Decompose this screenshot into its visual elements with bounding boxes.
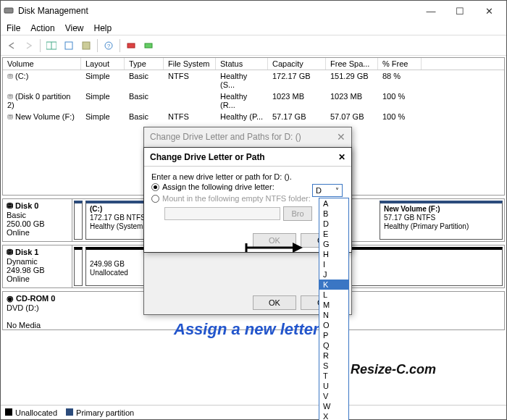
drive-letter-option[interactable]: G <box>319 239 348 249</box>
legend-unallocated-icon <box>5 408 12 416</box>
drive-letter-option[interactable]: W <box>319 401 348 411</box>
drive-letter-option[interactable]: B <box>319 209 348 219</box>
col-fs[interactable]: File System <box>164 58 216 70</box>
drive-letter-option[interactable]: I <box>319 259 348 269</box>
window-title: Disk Management <box>18 6 416 16</box>
dialog-prompt: Enter a new drive letter or path for D: … <box>151 172 344 181</box>
close-icon[interactable]: ✕ <box>337 131 345 143</box>
annotation-arrow-icon <box>245 240 303 258</box>
drive-letter-option[interactable]: E <box>319 229 348 239</box>
titlebar: Disk Management — ☐ ✕ <box>1 1 506 21</box>
menu-file[interactable]: File <box>7 23 20 33</box>
minimize-button[interactable]: — <box>416 1 445 21</box>
legend-primary-icon <box>66 408 73 416</box>
watermark: Resize-C.com <box>351 362 436 377</box>
disk-icon: ⛃ <box>7 201 15 210</box>
drive-letter-option[interactable]: P <box>319 330 348 340</box>
partition-f[interactable]: New Volume (F:)57.17 GB NTFSHealthy (Pri… <box>380 201 503 240</box>
volume-row[interactable]: New Volume (F:)SimpleBasicNTFSHealthy (P… <box>3 111 504 122</box>
drive-letter-option[interactable]: N <box>319 310 348 320</box>
dialog-title: Change Drive Letter and Paths for D: () <box>150 132 301 142</box>
col-status[interactable]: Status <box>216 58 268 70</box>
close-button[interactable]: ✕ <box>474 1 503 21</box>
menubar: File Action View Help <box>1 21 506 35</box>
svg-text:?: ? <box>107 43 111 49</box>
drive-letter-option[interactable]: S <box>319 361 348 371</box>
volume-row[interactable]: (C:)SimpleBasicNTFSHealthy (S...172.17 G… <box>3 70 504 91</box>
drive-letter-option[interactable]: J <box>319 269 348 280</box>
svg-rect-0 <box>4 8 13 13</box>
drive-letter-option[interactable]: D <box>319 219 348 229</box>
forward-button[interactable] <box>21 38 37 54</box>
drive-letter-option[interactable]: Q <box>319 340 348 350</box>
assign-letter-label: Assign the following drive letter: <box>162 182 275 191</box>
col-capacity[interactable]: Capacity <box>268 58 326 70</box>
app-icon <box>4 5 14 17</box>
drive-letter-option[interactable]: H <box>319 249 348 259</box>
partition[interactable] <box>74 201 83 240</box>
toolbar: ? <box>1 35 506 56</box>
view-icon[interactable] <box>43 38 59 54</box>
dialog-title: Change Drive Letter or Path <box>150 152 265 162</box>
drive-letter-option[interactable]: O <box>319 320 348 330</box>
ok-button[interactable]: OK <box>253 295 296 310</box>
svg-rect-7 <box>127 43 135 48</box>
help-icon[interactable]: ? <box>101 38 117 54</box>
col-type[interactable]: Type <box>125 58 164 70</box>
action1-icon[interactable] <box>123 38 139 54</box>
drive-letter-option[interactable]: M <box>319 300 348 310</box>
drive-letter-option[interactable]: T <box>319 371 348 381</box>
menu-help[interactable]: Help <box>94 23 112 33</box>
volume-list-header: Volume Layout Type File System Status Ca… <box>3 58 504 70</box>
mount-folder-label: Mount in the following empty NTFS folder… <box>162 194 311 203</box>
disc-icon: ◉ <box>7 294 16 303</box>
drive-letter-select[interactable]: D <box>312 184 343 197</box>
legend: Unallocated Primary partition <box>1 405 506 419</box>
partition[interactable] <box>74 247 83 286</box>
col-layout[interactable]: Layout <box>81 58 125 70</box>
svg-rect-3 <box>65 42 72 49</box>
col-pct[interactable]: % Free <box>378 58 422 70</box>
drive-letter-dropdown[interactable]: ABDEGHIJKLMNOPQRSTUVWXYZ <box>319 198 349 420</box>
back-button[interactable] <box>4 38 20 54</box>
svg-marker-10 <box>293 243 303 253</box>
folder-path-input <box>164 207 280 220</box>
drive-letter-option[interactable]: L <box>319 290 348 300</box>
drive-letter-option[interactable]: V <box>319 391 348 401</box>
menu-view[interactable]: View <box>65 23 84 33</box>
drive-letter-option[interactable]: A <box>319 198 348 209</box>
annotation-text: Assign a new letter <box>174 320 319 339</box>
action2-icon[interactable] <box>141 38 156 54</box>
col-free[interactable]: Free Spa... <box>326 58 378 70</box>
col-volume[interactable]: Volume <box>3 58 81 70</box>
drive-letter-option[interactable]: X <box>319 411 348 420</box>
close-icon[interactable]: ✕ <box>338 152 345 162</box>
maximize-button[interactable]: ☐ <box>445 1 474 21</box>
radio-assign-letter[interactable] <box>151 183 159 191</box>
drive-letter-option[interactable]: K <box>319 280 348 290</box>
properties-icon[interactable] <box>78 38 94 54</box>
disk-icon: ⛃ <box>7 248 15 256</box>
menu-action[interactable]: Action <box>30 23 54 33</box>
svg-rect-8 <box>145 43 152 48</box>
drive-letter-option[interactable]: U <box>319 381 348 391</box>
volume-row[interactable]: (Disk 0 partition 2)SimpleBasicHealthy (… <box>3 91 504 111</box>
browse-button: Bro <box>283 206 312 221</box>
radio-mount-folder[interactable] <box>151 195 159 203</box>
drive-letter-option[interactable]: R <box>319 350 348 361</box>
refresh-icon[interactable] <box>61 38 77 54</box>
svg-rect-4 <box>83 42 90 49</box>
